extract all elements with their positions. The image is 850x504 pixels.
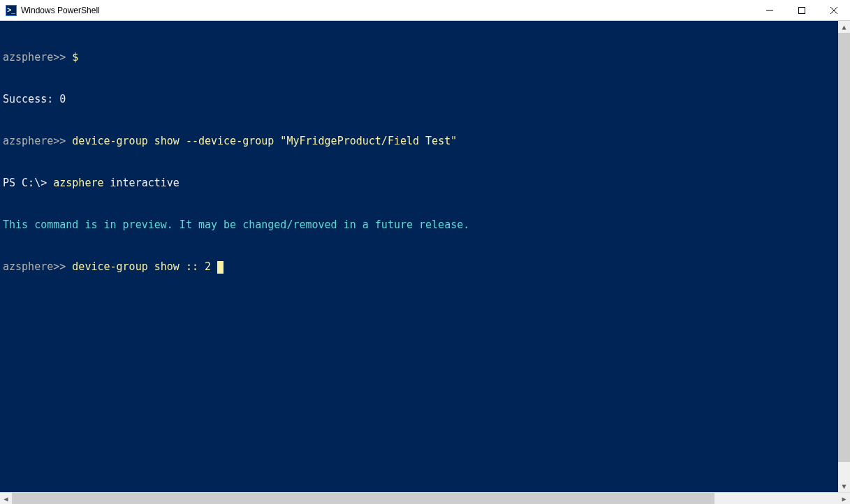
command-text: device-group show :: 2 — [66, 260, 217, 273]
command-text: interactive — [104, 177, 179, 189]
vertical-scrollbar[interactable]: ▲ ▼ — [838, 21, 850, 492]
cursor — [217, 261, 224, 274]
output-line: Success: 0 — [0, 92, 850, 106]
svg-rect-1 — [799, 7, 805, 13]
scroll-right-arrow[interactable]: ▶ — [838, 493, 850, 505]
command-text: $ — [66, 51, 78, 64]
prompt: azsphere>> — [3, 51, 66, 64]
window-controls — [754, 0, 850, 20]
powershell-icon-glyph: >_ — [7, 6, 15, 14]
titlebar: >_ Windows PowerShell — [0, 0, 850, 21]
maximize-button[interactable] — [786, 0, 818, 20]
scroll-left-arrow[interactable]: ◀ — [0, 493, 12, 505]
powershell-icon: >_ — [6, 5, 17, 16]
minimize-button[interactable] — [754, 0, 786, 20]
prompt: PS C:\> — [3, 177, 47, 189]
scroll-thumb[interactable] — [838, 33, 850, 462]
close-button[interactable] — [818, 0, 850, 20]
command-text: azsphere — [47, 177, 103, 189]
terminal[interactable]: azsphere>> $ Success: 0 azsphere>> devic… — [0, 21, 850, 492]
prompt: azsphere>> — [3, 260, 66, 273]
scroll-thumb[interactable] — [12, 493, 715, 504]
terminal-content[interactable]: azsphere>> $ Success: 0 azsphere>> devic… — [0, 21, 850, 492]
window-title: Windows PowerShell — [21, 6, 754, 15]
horizontal-scrollbar[interactable]: ◀ ▶ — [0, 492, 850, 504]
scroll-down-arrow[interactable]: ▼ — [838, 480, 850, 492]
scroll-up-arrow[interactable]: ▲ — [838, 21, 850, 33]
prompt: azsphere>> — [3, 135, 66, 147]
scroll-track[interactable] — [838, 33, 850, 480]
command-text: device-group show --device-group "MyFrid… — [66, 135, 457, 147]
scroll-track[interactable] — [12, 493, 838, 504]
preview-warning: This command is in preview. It may be ch… — [0, 218, 850, 232]
